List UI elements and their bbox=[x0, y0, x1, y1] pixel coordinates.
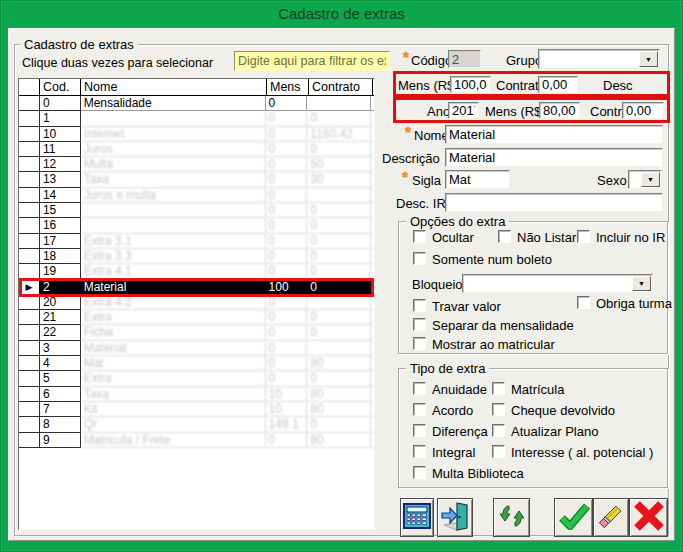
highlight-box-current bbox=[393, 71, 670, 97]
sexo-select[interactable]: ▼ bbox=[628, 170, 662, 189]
table-cell-filler bbox=[371, 234, 374, 249]
table-row[interactable]: 6Taxa1080 bbox=[19, 387, 374, 402]
checkbox-box[interactable] bbox=[413, 337, 426, 350]
checkbox-box[interactable] bbox=[498, 230, 511, 243]
checkbox-box[interactable] bbox=[413, 403, 426, 416]
checkbox-box[interactable] bbox=[413, 230, 426, 243]
table-cell bbox=[19, 402, 40, 417]
table-row[interactable]: 4Mat080 bbox=[19, 356, 374, 371]
checkbox-box[interactable] bbox=[577, 296, 590, 309]
table-cell bbox=[19, 127, 40, 142]
desc-ir-field[interactable] bbox=[445, 193, 663, 212]
table-row[interactable]: 5Extra00 bbox=[19, 371, 374, 386]
table-cell: 0 bbox=[307, 234, 371, 249]
transfer-button[interactable] bbox=[493, 498, 530, 537]
table-cell: Juros bbox=[81, 142, 266, 157]
column-header[interactable] bbox=[19, 79, 40, 96]
cancel-button[interactable] bbox=[629, 498, 668, 537]
table-row[interactable]: 0Mensalidade0 bbox=[19, 96, 374, 111]
checkbox-box[interactable] bbox=[413, 318, 426, 331]
table-row[interactable]: 3Material0 bbox=[19, 341, 374, 356]
checkbox-label: Multa Biblioteca bbox=[432, 466, 524, 481]
table-row[interactable]: 100 bbox=[19, 111, 374, 126]
table-row[interactable]: 22Ficha00 bbox=[19, 325, 374, 340]
table-cell-filler bbox=[371, 264, 374, 279]
checkbox-box[interactable] bbox=[492, 424, 505, 437]
table-cell: 2 bbox=[40, 280, 81, 295]
column-header[interactable]: Mens bbox=[267, 79, 309, 96]
extras-table[interactable]: Cod.NomeMensContrato 0Mensalidade010010I… bbox=[18, 78, 375, 530]
checkbox-box[interactable] bbox=[413, 252, 426, 265]
table-row[interactable]: 19Extra 4.100 bbox=[19, 264, 374, 279]
table-cell-filler bbox=[371, 218, 374, 233]
bloqueio-select[interactable]: ▼ bbox=[462, 274, 653, 293]
sigla-field[interactable] bbox=[445, 170, 510, 189]
table-row[interactable]: 1600 bbox=[19, 218, 374, 233]
table-row[interactable]: 8Qr149.10 bbox=[19, 417, 374, 432]
table-row[interactable]: 21Extra00 bbox=[19, 310, 374, 325]
table-cell bbox=[19, 325, 40, 340]
table-cell: 80 bbox=[307, 402, 371, 417]
table-cell: Taxa bbox=[81, 172, 266, 187]
table-cell: 0 bbox=[266, 172, 308, 187]
table-row[interactable]: 12Multa050 bbox=[19, 157, 374, 172]
table-row[interactable]: 14Juros e multa0 bbox=[19, 188, 374, 203]
chevron-down-icon[interactable]: ▼ bbox=[632, 276, 651, 291]
table-cell bbox=[19, 203, 40, 218]
table-cell bbox=[19, 371, 40, 386]
table-cell: Material bbox=[81, 280, 266, 295]
table-cell bbox=[19, 341, 40, 356]
exit-button[interactable] bbox=[437, 498, 473, 537]
grupo-select[interactable]: ▼ bbox=[538, 49, 660, 69]
chevron-down-icon[interactable]: ▼ bbox=[641, 172, 660, 187]
filter-input[interactable] bbox=[234, 51, 390, 71]
confirm-button[interactable] bbox=[554, 498, 593, 537]
eraser-pencil-icon bbox=[596, 501, 626, 535]
table-row[interactable]: 20Extra 4.20 bbox=[19, 295, 374, 310]
table-cell: 0 bbox=[266, 433, 308, 448]
table-cell: 22 bbox=[40, 325, 81, 340]
nome-field[interactable] bbox=[445, 125, 663, 144]
checkbox-box[interactable] bbox=[413, 424, 426, 437]
table-cell: Mensalidade bbox=[81, 96, 266, 111]
table-row[interactable]: 18Extra 3.300 bbox=[19, 249, 374, 264]
table-row[interactable]: 11Juros00 bbox=[19, 142, 374, 157]
codigo-field[interactable] bbox=[448, 50, 481, 68]
descricao-field[interactable] bbox=[445, 148, 663, 167]
column-header[interactable]: Cod. bbox=[40, 79, 81, 96]
column-header[interactable]: Contrato bbox=[309, 79, 373, 96]
checkbox-box[interactable] bbox=[492, 382, 505, 395]
checkbox-box[interactable] bbox=[492, 403, 505, 416]
checkbox-box[interactable] bbox=[492, 445, 505, 458]
column-header[interactable]: Nome bbox=[81, 79, 267, 96]
checkbox-label: Cheque devolvido bbox=[511, 403, 615, 418]
checkbox-box[interactable] bbox=[413, 299, 426, 312]
clear-button[interactable] bbox=[593, 498, 629, 537]
table-cell-filler bbox=[371, 417, 374, 432]
table-cell: 80 bbox=[307, 387, 371, 402]
table-cell-filler bbox=[371, 142, 374, 157]
table-row[interactable]: 10Internet01160.42 bbox=[19, 127, 374, 142]
checkbox-box[interactable] bbox=[413, 466, 426, 479]
table-row-selected[interactable]: ▶2Material1000 bbox=[19, 280, 374, 295]
calculator-button[interactable] bbox=[400, 498, 434, 537]
checkbox-label: Somente num boleto bbox=[432, 252, 552, 267]
main-groupbox-label: Cadastro de extras bbox=[20, 37, 138, 52]
table-cell: 5 bbox=[40, 371, 81, 386]
table-cell: 0 bbox=[307, 249, 371, 264]
table-row[interactable]: 17Extra 3.100 bbox=[19, 234, 374, 249]
checkbox-box[interactable] bbox=[413, 445, 426, 458]
chevron-down-icon[interactable]: ▼ bbox=[639, 51, 658, 67]
table-cell bbox=[19, 96, 40, 111]
table-row[interactable]: 1500 bbox=[19, 203, 374, 218]
checkbox-label: Ocultar bbox=[432, 230, 474, 245]
bloqueio-label: Bloqueio bbox=[412, 277, 463, 292]
table-cell: 80 bbox=[307, 433, 371, 448]
table-cell-filler bbox=[371, 111, 374, 126]
checkbox-box[interactable] bbox=[577, 230, 590, 243]
table-row[interactable]: 13Taxa030 bbox=[19, 172, 374, 187]
table-row[interactable]: 7Kit1080 bbox=[19, 402, 374, 417]
table-row[interactable]: 9Matricula / Frete080 bbox=[19, 433, 374, 448]
checkbox-box[interactable] bbox=[413, 382, 426, 395]
table-cell: 9 bbox=[40, 433, 81, 448]
